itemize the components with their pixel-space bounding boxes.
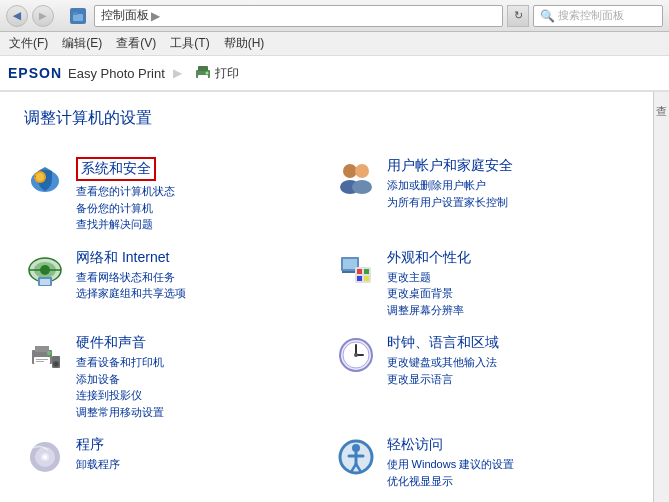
programs-icon: [24, 436, 66, 478]
svg-rect-0: [73, 14, 83, 21]
system-link-1[interactable]: 查看您的计算机状态: [76, 183, 335, 200]
svg-point-12: [352, 180, 372, 194]
path-text: 控制面板: [101, 7, 149, 24]
svg-rect-19: [40, 279, 50, 285]
clock-text: 时钟、语言和区域 更改键盘或其他输入法 更改显示语言: [387, 334, 646, 387]
category-user-accounts[interactable]: 用户帐户和家庭安全 添加或删除用户帐户 为所有用户设置家长控制: [335, 149, 646, 241]
svg-rect-4: [198, 75, 208, 80]
network-text: 网络和 Internet 查看网络状态和任务 选择家庭组和共享选项: [76, 249, 335, 302]
clock-links: 更改键盘或其他输入法 更改显示语言: [387, 354, 646, 387]
network-links: 查看网络状态和任务 选择家庭组和共享选项: [76, 269, 335, 302]
main-content: 调整计算机的设置 系统和安全 查看您的计算机状态: [0, 92, 669, 502]
svg-point-41: [354, 353, 358, 357]
back-button[interactable]: ◀: [6, 5, 28, 27]
epson-logo: EPSON: [8, 65, 62, 81]
address-bar: ◀ ▶ 控制面板 ▶ ↻ 🔍 搜索控制面板: [0, 0, 669, 32]
user-link-1[interactable]: 添加或删除用户帐户: [387, 177, 646, 194]
appearance-link-2[interactable]: 更改桌面背景: [387, 285, 646, 302]
svg-rect-1: [73, 12, 78, 15]
menu-edit[interactable]: 编辑(E): [59, 34, 105, 53]
category-ease-access[interactable]: 轻松访问 使用 Windows 建议的设置 优化视显显示: [335, 428, 646, 497]
hardware-title[interactable]: 硬件和声音: [76, 334, 335, 352]
categories-grid: 系统和安全 查看您的计算机状态 备份您的计算机 查找并解决问题: [24, 149, 645, 497]
category-network[interactable]: 网络和 Internet 查看网络状态和任务 选择家庭组和共享选项: [24, 241, 335, 327]
menu-help[interactable]: 帮助(H): [221, 34, 268, 53]
svg-point-11: [355, 164, 369, 178]
user-accounts-text: 用户帐户和家庭安全 添加或删除用户帐户 为所有用户设置家长控制: [387, 157, 646, 210]
svg-rect-21: [343, 259, 357, 269]
svg-rect-25: [364, 269, 369, 274]
forward-button[interactable]: ▶: [32, 5, 54, 27]
appearance-link-1[interactable]: 更改主题: [387, 269, 646, 286]
svg-point-8: [36, 173, 44, 181]
clock-title[interactable]: 时钟、语言和区域: [387, 334, 646, 352]
scroll-indicator: 查: [653, 92, 669, 502]
clock-icon: [335, 334, 377, 376]
user-link-2[interactable]: 为所有用户设置家长控制: [387, 194, 646, 211]
programs-text: 程序 卸载程序: [76, 436, 335, 473]
app-name: Easy Photo Print: [68, 66, 165, 81]
page-title: 调整计算机的设置: [24, 108, 645, 129]
print-label: 打印: [215, 65, 239, 82]
svg-rect-27: [364, 276, 369, 281]
appearance-text: 外观和个性化 更改主题 更改桌面背景 调整屏幕分辨率: [387, 249, 646, 319]
category-appearance[interactable]: 外观和个性化 更改主题 更改桌面背景 调整屏幕分辨率: [335, 241, 646, 327]
svg-rect-31: [36, 359, 48, 360]
category-programs[interactable]: 程序 卸载程序: [24, 428, 335, 497]
search-box[interactable]: 🔍 搜索控制面板: [533, 5, 663, 27]
path-icon: [70, 8, 86, 24]
svg-point-33: [47, 351, 51, 355]
appearance-links: 更改主题 更改桌面背景 调整屏幕分辨率: [387, 269, 646, 319]
appearance-icon: [335, 249, 377, 291]
category-clock[interactable]: 时钟、语言和区域 更改键盘或其他输入法 更改显示语言: [335, 326, 646, 428]
menu-view[interactable]: 查看(V): [113, 34, 159, 53]
system-security-title[interactable]: 系统和安全: [76, 157, 156, 181]
ease-access-icon: [335, 436, 377, 478]
search-placeholder: 搜索控制面板: [558, 8, 624, 23]
network-link-1[interactable]: 查看网络状态和任务: [76, 269, 335, 286]
programs-links: 卸载程序: [76, 456, 335, 473]
svg-point-5: [205, 72, 208, 75]
ease-access-text: 轻松访问 使用 Windows 建议的设置 优化视显显示: [387, 436, 646, 489]
hardware-text: 硬件和声音 查看设备和打印机 添加设备 连接到投影仪 调整常用移动设置: [76, 334, 335, 420]
svg-rect-29: [35, 346, 49, 352]
path-separator: ▶: [151, 9, 160, 23]
appearance-link-3[interactable]: 调整屏幕分辨率: [387, 302, 646, 319]
hardware-link-4[interactable]: 调整常用移动设置: [76, 404, 335, 421]
programs-title[interactable]: 程序: [76, 436, 335, 454]
menu-tools[interactable]: 工具(T): [167, 34, 212, 53]
ease-access-links: 使用 Windows 建议的设置 优化视显显示: [387, 456, 646, 489]
user-accounts-title[interactable]: 用户帐户和家庭安全: [387, 157, 646, 175]
network-link-2[interactable]: 选择家庭组和共享选项: [76, 285, 335, 302]
svg-rect-26: [357, 276, 362, 281]
hardware-icon: [24, 334, 66, 376]
refresh-button[interactable]: ↻: [507, 5, 529, 27]
category-hardware[interactable]: 硬件和声音 查看设备和打印机 添加设备 连接到投影仪 调整常用移动设置: [24, 326, 335, 428]
clock-link-1[interactable]: 更改键盘或其他输入法: [387, 354, 646, 371]
network-icon: [24, 249, 66, 291]
hardware-link-1[interactable]: 查看设备和打印机: [76, 354, 335, 371]
svg-rect-3: [198, 66, 208, 71]
system-link-3[interactable]: 查找并解决问题: [76, 216, 335, 233]
search-icon: 🔍: [540, 9, 555, 23]
user-accounts-links: 添加或删除用户帐户 为所有用户设置家长控制: [387, 177, 646, 210]
svg-rect-30: [34, 357, 50, 364]
system-link-2[interactable]: 备份您的计算机: [76, 200, 335, 217]
network-title[interactable]: 网络和 Internet: [76, 249, 335, 267]
system-security-text: 系统和安全 查看您的计算机状态 备份您的计算机 查找并解决问题: [76, 157, 335, 233]
hardware-link-2[interactable]: 添加设备: [76, 371, 335, 388]
clock-link-2[interactable]: 更改显示语言: [387, 371, 646, 388]
hardware-links: 查看设备和打印机 添加设备 连接到投影仪 调整常用移动设置: [76, 354, 335, 420]
appearance-title[interactable]: 外观和个性化: [387, 249, 646, 267]
user-accounts-icon: [335, 157, 377, 199]
print-button[interactable]: 打印: [190, 62, 243, 84]
menu-file[interactable]: 文件(F): [6, 34, 51, 53]
ease-link-2[interactable]: 优化视显显示: [387, 473, 646, 490]
address-path[interactable]: 控制面板 ▶: [94, 5, 503, 27]
category-system-security[interactable]: 系统和安全 查看您的计算机状态 备份您的计算机 查找并解决问题: [24, 149, 335, 241]
app-bar: EPSON Easy Photo Print ▶ 打印: [0, 56, 669, 92]
hardware-link-3[interactable]: 连接到投影仪: [76, 387, 335, 404]
programs-link-1[interactable]: 卸载程序: [76, 456, 335, 473]
ease-access-title[interactable]: 轻松访问: [387, 436, 646, 454]
ease-link-1[interactable]: 使用 Windows 建议的设置: [387, 456, 646, 473]
